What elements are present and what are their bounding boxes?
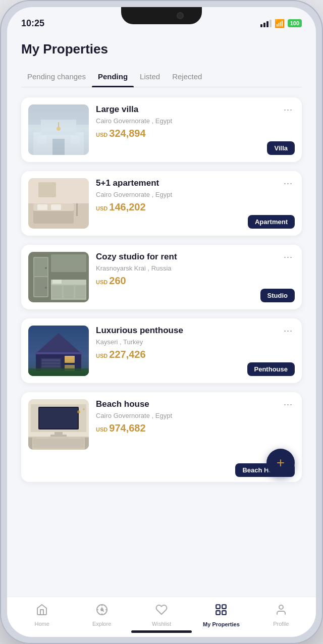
svg-rect-46 [39, 408, 78, 428]
property-badge-3: Studio [260, 289, 295, 302]
home-indicator [131, 630, 192, 633]
nav-item-profile[interactable]: Profile [251, 604, 311, 627]
svg-point-22 [45, 267, 47, 269]
svg-point-56 [101, 609, 103, 611]
property-location-4: Kayseri , Turkey [96, 338, 295, 346]
property-price-5: USD 974,682 [96, 422, 295, 434]
my-properties-icon [214, 603, 228, 619]
svg-rect-30 [52, 280, 62, 284]
tab-pending-changes[interactable]: Pending changes [21, 68, 92, 87]
wifi-icon: 📶 [275, 19, 285, 28]
main-content: My Properties Pending changes Pending Li… [7, 32, 316, 597]
svg-point-54 [83, 408, 85, 410]
phone-frame: 10:25 📶 100 My Properties Pending change… [0, 0, 323, 644]
svg-rect-50 [33, 439, 84, 448]
property-image-apartment [28, 178, 89, 229]
property-badge-4: Penthouse [247, 362, 295, 376]
svg-rect-5 [37, 136, 46, 144]
property-price-1: USD 324,894 [96, 128, 295, 139]
property-location-5: Cairo Governorate , Egypt [96, 412, 295, 419]
property-location-1: Cairo Governorate , Egypt [96, 117, 295, 125]
property-card-4: Luxurious penthouse ··· Kayseri , Turkey… [21, 318, 302, 383]
fab-add-button[interactable]: + [266, 449, 295, 477]
property-location-2: Cairo Governorate , Egypt [96, 191, 295, 198]
svg-rect-29 [51, 254, 86, 272]
nav-label-profile: Profile [273, 621, 289, 627]
property-image-beach [28, 399, 89, 450]
svg-rect-33 [36, 353, 81, 376]
svg-rect-57 [217, 605, 221, 609]
svg-rect-26 [52, 286, 62, 298]
signal-icon [260, 20, 272, 27]
page-title: My Properties [21, 41, 302, 57]
battery-indicator: 100 [288, 19, 302, 27]
property-info-villa: Large villa ··· Cairo Governorate , Egyp… [96, 104, 295, 155]
svg-rect-28 [75, 286, 85, 298]
property-price-4: USD 227,426 [96, 349, 295, 360]
svg-rect-51 [28, 438, 32, 450]
nav-item-home[interactable]: Home [12, 604, 72, 627]
svg-rect-48 [50, 435, 67, 437]
tab-pending[interactable]: Pending [92, 68, 134, 87]
svg-rect-2 [33, 132, 84, 155]
svg-rect-38 [65, 356, 75, 363]
svg-rect-34 [41, 358, 61, 376]
profile-icon [275, 604, 287, 619]
wishlist-icon [155, 604, 168, 619]
property-title-5: Beach house [96, 399, 282, 409]
svg-rect-12 [37, 204, 47, 210]
svg-rect-40 [35, 352, 82, 354]
property-location-3: Krasnoyarsk Krai , Russia [96, 264, 295, 272]
svg-rect-20 [34, 258, 47, 276]
svg-rect-37 [42, 365, 60, 367]
tab-rejected[interactable]: Rejected [166, 68, 208, 87]
property-image-penthouse [28, 326, 89, 376]
property-price-3: USD 260 [96, 275, 295, 287]
svg-rect-17 [38, 182, 56, 197]
home-icon [36, 604, 48, 619]
more-button-1[interactable]: ··· [282, 104, 295, 115]
svg-rect-0 [28, 104, 89, 155]
nav-label-home: Home [35, 621, 49, 627]
svg-rect-21 [34, 277, 47, 296]
svg-rect-42 [28, 368, 89, 376]
svg-rect-36 [42, 362, 60, 364]
property-title-3: Cozy studio for rent [96, 252, 282, 262]
svg-rect-27 [64, 286, 74, 298]
nav-item-my-properties[interactable]: My Properties [191, 603, 251, 627]
property-card-5: Beach house ··· Cairo Governorate , Egyp… [21, 392, 302, 482]
property-image-villa [28, 104, 89, 155]
svg-point-23 [45, 287, 47, 289]
more-button-2[interactable]: ··· [282, 178, 295, 189]
svg-rect-58 [223, 605, 227, 609]
svg-rect-4 [52, 139, 65, 155]
front-camera [177, 12, 184, 19]
svg-rect-59 [223, 611, 227, 615]
svg-rect-60 [217, 611, 221, 615]
more-button-3[interactable]: ··· [282, 252, 295, 262]
svg-rect-39 [65, 365, 75, 372]
tab-listed[interactable]: Listed [134, 68, 166, 87]
property-card-2: 5+1 apartement ··· Cairo Governorate , E… [21, 171, 302, 236]
property-card-1: Large villa ··· Cairo Governorate , Egyp… [21, 97, 302, 162]
more-button-5[interactable]: ··· [282, 399, 295, 410]
property-price-2: USD 146,202 [96, 201, 295, 213]
svg-rect-47 [55, 432, 63, 435]
svg-rect-3 [41, 120, 76, 135]
svg-rect-41 [28, 371, 89, 376]
property-title-2: 5+1 apartement [96, 178, 282, 188]
svg-rect-1 [28, 125, 89, 155]
status-time: 10:25 [21, 18, 44, 29]
screen: 10:25 📶 100 My Properties Pending change… [7, 7, 316, 637]
nav-item-explore[interactable]: Explore [72, 604, 131, 627]
property-info-beach: Beach house ··· Cairo Governorate , Egyp… [96, 399, 295, 450]
svg-point-61 [279, 605, 283, 609]
explore-icon [96, 604, 108, 619]
svg-rect-35 [42, 359, 60, 361]
nav-label-explore: Explore [92, 621, 111, 627]
nav-item-wishlist[interactable]: Wishlist [132, 604, 191, 627]
property-badge-2: Apartment [248, 215, 295, 229]
property-title-4: Luxurious penthouse [96, 326, 282, 336]
property-image-studio [28, 252, 89, 302]
more-button-4[interactable]: ··· [282, 326, 295, 336]
